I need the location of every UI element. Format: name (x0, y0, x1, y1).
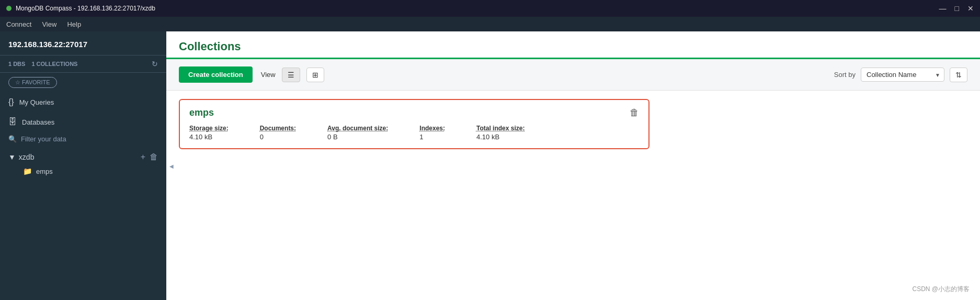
stat-avg-doc-size: Avg. document size: 0 B (327, 125, 388, 141)
sidebar: 192.168.136.22:27017 1 DBS 1 COLLECTIONS… (0, 31, 166, 300)
nav-my-queries[interactable]: {} My Queries (0, 92, 166, 112)
grid-icon: ⊞ (312, 71, 318, 79)
stat-documents: Documents: 0 (260, 125, 296, 141)
search-icon: 🔍 (8, 135, 17, 143)
filter-section: 🔍 (0, 132, 166, 146)
databases-icon: 🗄 (8, 117, 17, 127)
menu-connect[interactable]: Connect (6, 20, 31, 28)
collection-name-link[interactable]: emps (189, 107, 214, 118)
database-name: xzdb (19, 153, 138, 161)
menu-help[interactable]: Help (67, 20, 81, 28)
stat-storage-value: 4.10 kB (189, 133, 229, 141)
maximize-button[interactable]: □ (955, 4, 959, 13)
app-title: MongoDB Compass - 192.168.136.22:27017/x… (16, 5, 939, 12)
sidebar-collection-name: emps (36, 168, 53, 175)
refresh-icon[interactable]: ↻ (152, 60, 158, 68)
delete-database-icon[interactable]: 🗑 (150, 152, 158, 162)
stat-total-index-label: Total index size: (476, 125, 525, 132)
stat-total-index-value: 4.10 kB (476, 133, 525, 141)
minimize-button[interactable]: — (939, 4, 947, 13)
window-controls: — □ ✕ (939, 4, 974, 13)
database-header[interactable]: ▼ xzdb + 🗑 (8, 150, 158, 164)
delete-collection-icon[interactable]: 🗑 (630, 107, 639, 118)
stat-avg-doc-value: 0 B (327, 133, 388, 141)
stat-documents-label: Documents: (260, 125, 296, 132)
collections-header: Collections (166, 31, 980, 59)
connection-name[interactable]: 192.168.136.22:27017 (0, 31, 166, 55)
database-section: ▼ xzdb + 🗑 📁 emps (0, 146, 166, 183)
sort-section: Sort by Collection Name Storage size Doc… (834, 68, 967, 82)
nav-databases-label: Databases (22, 118, 54, 126)
add-collection-icon[interactable]: + (141, 152, 145, 162)
stat-indexes-value: 1 (419, 133, 445, 141)
sort-select[interactable]: Collection Name Storage size Documents (861, 68, 944, 82)
collections-stat: 1 COLLECTIONS (31, 61, 77, 67)
sidebar-collection-emps[interactable]: 📁 emps (8, 164, 158, 179)
menu-bar: Connect View Help (0, 17, 980, 31)
resize-handle[interactable] (163, 31, 166, 300)
grid-view-button[interactable]: ⊞ (306, 68, 324, 82)
collections-title: Collections (179, 40, 967, 58)
collection-card-emps: emps 🗑 Storage size: 4.10 kB Documents: … (179, 99, 649, 149)
stat-avg-doc-label: Avg. document size: (327, 125, 388, 132)
create-collection-button[interactable]: Create collection (179, 66, 253, 83)
toolbar: Create collection View ☰ ⊞ Sort by Colle… (166, 59, 980, 91)
menu-view[interactable]: View (42, 20, 56, 28)
queries-icon: {} (8, 97, 14, 107)
sort-label: Sort by (834, 71, 856, 79)
stat-documents-value: 0 (260, 133, 296, 141)
stat-total-index-size: Total index size: 4.10 kB (476, 125, 525, 141)
filter-input[interactable] (21, 135, 158, 143)
stat-indexes-label: Indexes: (419, 125, 445, 132)
sort-select-wrapper: Collection Name Storage size Documents (861, 68, 944, 82)
title-bar: MongoDB Compass - 192.168.136.22:27017/x… (0, 0, 980, 17)
stat-indexes: Indexes: 1 (419, 125, 445, 141)
list-view-button[interactable]: ☰ (282, 68, 300, 82)
database-actions: + 🗑 (141, 152, 158, 162)
content-area: Collections Create collection View ☰ ⊞ S… (166, 31, 980, 300)
collection-folder-icon: 📁 (23, 167, 32, 175)
collection-stats: Storage size: 4.10 kB Documents: 0 Avg. … (189, 125, 639, 141)
main-layout: 192.168.136.22:27017 1 DBS 1 COLLECTIONS… (0, 31, 980, 300)
list-icon: ☰ (288, 71, 294, 79)
sort-direction-button[interactable]: ⇅ (950, 68, 967, 82)
dbs-stat: 1 DBS (8, 61, 25, 67)
app-dot (6, 6, 12, 11)
nav-databases[interactable]: 🗄 Databases (0, 112, 166, 132)
favorite-button[interactable]: ☆ FAVORITE (8, 77, 57, 88)
stat-storage-size: Storage size: 4.10 kB (189, 125, 229, 141)
sidebar-stats: 1 DBS 1 COLLECTIONS ↻ (0, 55, 166, 73)
watermark: CSDN @小志的博客 (912, 285, 970, 294)
sort-direction-icon: ⇅ (955, 71, 962, 79)
close-button[interactable]: ✕ (967, 4, 974, 13)
chevron-down-icon: ▼ (8, 153, 16, 161)
stat-storage-label: Storage size: (189, 125, 229, 132)
nav-queries-label: My Queries (19, 98, 54, 106)
collections-list: emps 🗑 Storage size: 4.10 kB Documents: … (166, 91, 980, 300)
collection-card-header: emps (189, 107, 639, 118)
view-label: View (261, 71, 276, 79)
